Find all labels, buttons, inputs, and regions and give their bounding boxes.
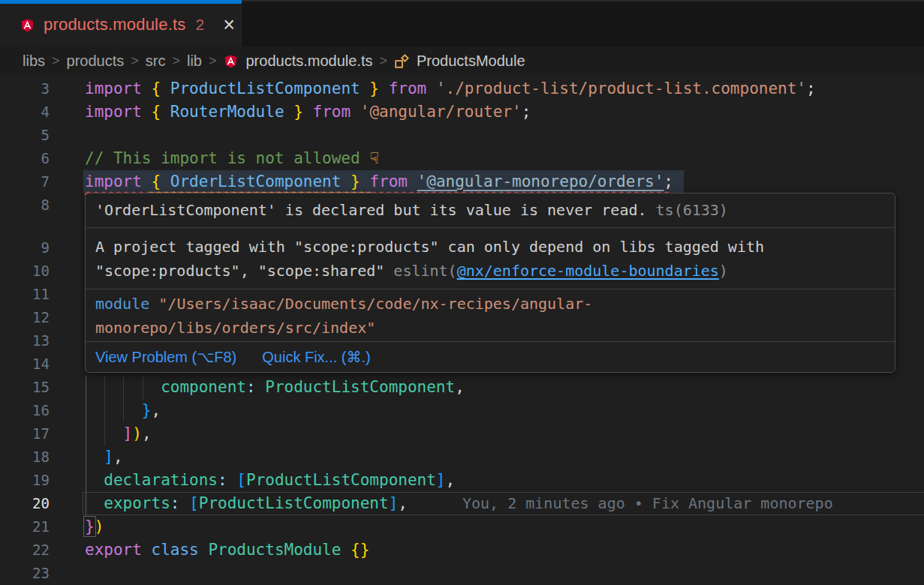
- token: ]: [104, 448, 113, 466]
- code-text: ],: [85, 446, 123, 469]
- token: [: [189, 494, 199, 512]
- hover-actions-bar: View Problem (⌥F8)Quick Fix... (⌘.): [86, 342, 895, 372]
- token: from: [313, 103, 351, 121]
- code-text: declarations: [ProductListComponent],: [85, 469, 455, 492]
- breadcrumb-separator: >: [209, 53, 217, 69]
- tab-products-module[interactable]: products.module.ts 2 ×: [0, 2, 242, 48]
- line-number: 21: [0, 515, 50, 538]
- token: import: [85, 103, 142, 121]
- code-text: }): [85, 515, 104, 538]
- rule-link[interactable]: @nx/enforce-module-boundaries: [457, 262, 719, 280]
- token: [360, 80, 370, 98]
- token: }: [142, 401, 152, 419]
- line-number: 16: [0, 399, 50, 422]
- breadcrumb-item-src[interactable]: src: [146, 52, 166, 70]
- module-keyword: module: [95, 295, 149, 313]
- token: ProductListComponent: [170, 80, 360, 98]
- code-line-22[interactable]: 22export class ProductsModule {}: [0, 538, 924, 562]
- line-number: 15: [0, 376, 50, 399]
- token: ProductsModule: [208, 541, 341, 559]
- diagnostic-message: 'OrderListComponent' is declared but its…: [95, 201, 647, 219]
- breadcrumb-item-symbol[interactable]: ProductsModule: [417, 52, 525, 70]
- code-line-4[interactable]: 4import { RouterModule } from '@angular/…: [0, 100, 924, 124]
- code-line-15[interactable]: 15 component: ProductListComponent,: [0, 376, 924, 399]
- code-text: // This import is not allowed ☟: [85, 147, 379, 170]
- token: [256, 378, 266, 396]
- token: [142, 80, 152, 98]
- token: exports: [104, 494, 170, 512]
- breadcrumb-item-file[interactable]: products.module.ts: [245, 52, 372, 70]
- tab-title: products.module.ts: [44, 15, 185, 34]
- code-line-17[interactable]: 17 ]),: [0, 422, 924, 446]
- quick-fix-button[interactable]: Quick Fix... (⌘.): [262, 348, 370, 366]
- problem-hover-popup: 'OrderListComponent' is declared but its…: [85, 193, 895, 373]
- line-number: 6: [0, 147, 50, 170]
- indent-guide: [123, 376, 124, 422]
- code-line-5[interactable]: 5: [0, 124, 924, 147]
- code-line-3[interactable]: 3import { ProductListComponent } from '.…: [0, 77, 924, 100]
- token: declarations: [104, 471, 218, 489]
- line-number: 20: [0, 492, 50, 515]
- token: ,: [446, 471, 456, 489]
- token: [85, 494, 104, 512]
- code-text: ]),: [85, 422, 152, 446]
- hover-section-3: module "/Users/isaac/Documents/code/nx-r…: [86, 290, 895, 342]
- token: ): [132, 424, 142, 442]
- token: :: [218, 471, 227, 489]
- code-editor[interactable]: 3import { ProductListComponent } from '.…: [0, 75, 924, 585]
- line-number: 8: [0, 194, 50, 217]
- view-problem-button[interactable]: View Problem (⌥F8): [95, 348, 236, 366]
- breadcrumb-separator: >: [172, 53, 180, 69]
- breadcrumb-item-lib[interactable]: lib: [187, 52, 202, 70]
- code-line-6[interactable]: 6// This import is not allowed ☟: [0, 147, 924, 170]
- token: class: [152, 541, 199, 559]
- line-number: 5: [0, 124, 50, 147]
- hover-section-1: 'OrderListComponent' is declared but its…: [86, 194, 895, 228]
- line-number: 3: [0, 77, 50, 100]
- line-number: 13: [0, 329, 50, 352]
- token: [284, 103, 294, 121]
- indent-guide: [104, 376, 105, 446]
- indent-guide: [86, 376, 86, 515]
- code-line-16[interactable]: 16 },: [0, 399, 924, 422]
- token: [85, 448, 104, 466]
- vscode-window: products.module.ts 2 × libs>products>src…: [0, 0, 924, 585]
- line-number: 22: [0, 538, 50, 562]
- code-text: exports: [ProductListComponent],: [85, 492, 408, 515]
- token: ,: [152, 401, 161, 419]
- token: ProductListComponent: [199, 494, 389, 512]
- code-line-23[interactable]: 23: [0, 562, 924, 585]
- tab-problems-badge: 2: [195, 16, 204, 34]
- code-line-19[interactable]: 19 declarations: [ProductListComponent],: [0, 469, 924, 492]
- token: ;: [522, 103, 531, 121]
- line-number: 4: [0, 100, 50, 124]
- angular-icon: [223, 53, 239, 69]
- token: [179, 494, 189, 512]
- token: component: [161, 378, 246, 396]
- token: ☟: [369, 149, 379, 167]
- token: :: [246, 378, 256, 396]
- close-icon[interactable]: ×: [223, 15, 235, 35]
- line-number: 11: [0, 283, 50, 306]
- token: [161, 80, 170, 98]
- hover-section-2: A project tagged with "scope:products" c…: [86, 228, 895, 290]
- breadcrumb-item-libs[interactable]: libs: [23, 52, 45, 70]
- token: ,: [113, 448, 123, 466]
- token: [303, 103, 313, 121]
- module-path: "/Users/isaac/Documents/code/nx-recipes/…: [95, 295, 592, 337]
- code-line-18[interactable]: 18 ],: [0, 446, 924, 469]
- token: [199, 541, 209, 559]
- token: [351, 103, 360, 121]
- token: import: [85, 80, 142, 98]
- diagnostic-message: [149, 295, 158, 313]
- angular-icon: [20, 17, 35, 33]
- token: [85, 401, 142, 419]
- breadcrumb-item-products[interactable]: products: [67, 52, 125, 70]
- token: [426, 80, 436, 98]
- code-line-20[interactable]: 20 exports: [ProductListComponent],You, …: [0, 492, 924, 515]
- code-line-21[interactable]: 21}): [0, 515, 924, 538]
- token: [142, 103, 152, 121]
- active-tab-indicator: [0, 0, 242, 4]
- token: './product-list/product-list.component': [436, 80, 806, 98]
- code-text: import { RouterModule } from '@angular/r…: [85, 100, 531, 124]
